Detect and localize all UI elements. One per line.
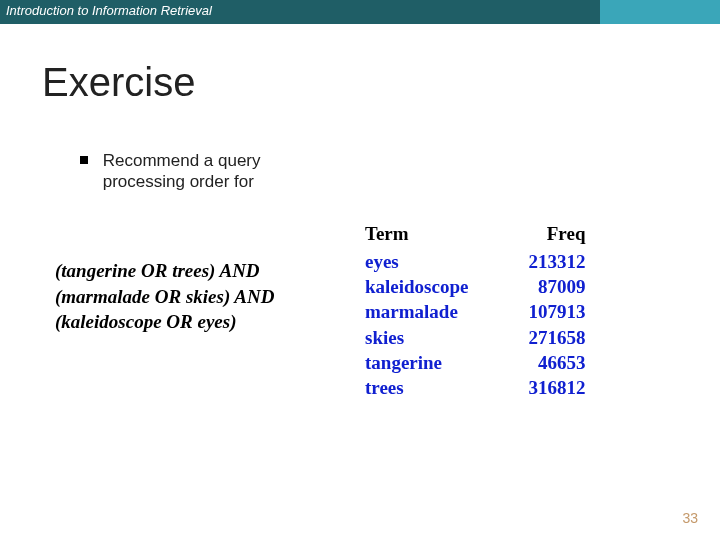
query-line: (kaleidoscope OR eyes) (55, 309, 274, 335)
table-row: skies 271658 (365, 325, 585, 350)
col-header-term: Term (365, 223, 468, 249)
freq-cell: 46653 (468, 350, 585, 375)
term-cell: trees (365, 375, 468, 400)
table-header-row: Term Freq (365, 223, 585, 249)
freq-cell: 213312 (468, 249, 585, 274)
query-line: (tangerine OR trees) AND (55, 258, 274, 284)
term-cell: kaleidoscope (365, 274, 468, 299)
header-title: Introduction to Information Retrieval (6, 3, 212, 18)
term-cell: skies (365, 325, 468, 350)
query-line: (marmalade OR skies) AND (55, 284, 274, 310)
freq-cell: 316812 (468, 375, 585, 400)
table-row: tangerine 46653 (365, 350, 585, 375)
freq-cell: 107913 (468, 299, 585, 324)
freq-cell: 271658 (468, 325, 585, 350)
table-row: eyes 213312 (365, 249, 585, 274)
freq-cell: 87009 (468, 274, 585, 299)
page-number: 33 (682, 510, 698, 526)
term-cell: marmalade (365, 299, 468, 324)
table-row: marmalade 107913 (365, 299, 585, 324)
bullet-text: Recommend a query processing order for (103, 150, 303, 193)
table-row: trees 316812 (365, 375, 585, 400)
col-header-freq: Freq (468, 223, 585, 249)
table-row: kaleidoscope 87009 (365, 274, 585, 299)
query-expression: (tangerine OR trees) AND (marmalade OR s… (55, 258, 274, 335)
term-cell: tangerine (365, 350, 468, 375)
header-accent (600, 0, 720, 24)
term-freq-table: Term Freq eyes 213312 kaleidoscope 87009… (365, 223, 585, 400)
bullet-item: Recommend a query processing order for (80, 150, 330, 193)
square-bullet-icon (80, 156, 88, 164)
page-title: Exercise (42, 60, 195, 105)
term-cell: eyes (365, 249, 468, 274)
header-bar: Introduction to Information Retrieval (0, 0, 720, 24)
